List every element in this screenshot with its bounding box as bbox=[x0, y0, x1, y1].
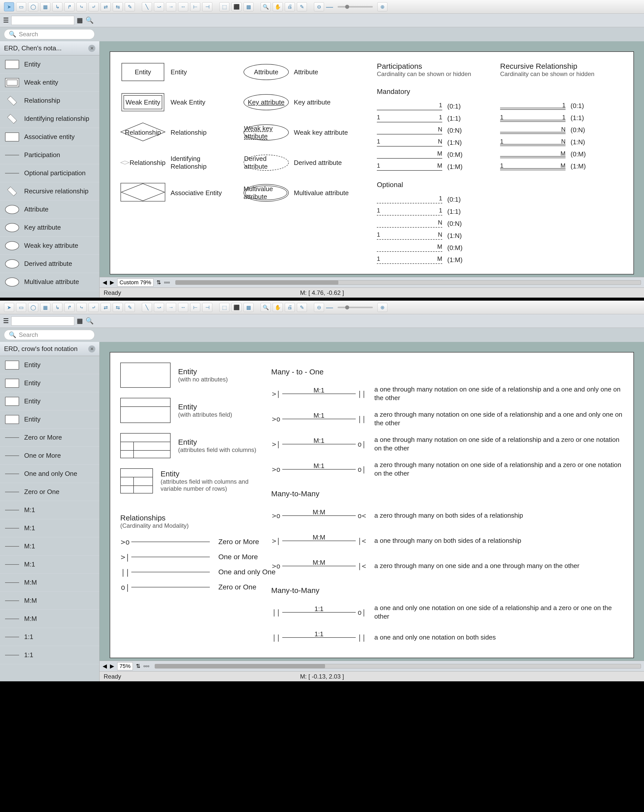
library-panel-title[interactable]: ERD, Chen's nota... ✕ bbox=[0, 41, 99, 55]
library-shape-item[interactable]: Optional participation bbox=[0, 164, 99, 182]
group-tool-1[interactable]: ⬚ bbox=[219, 303, 230, 312]
library-shape-item[interactable]: Zero or More bbox=[0, 429, 99, 447]
pan-tool[interactable]: ✋ bbox=[273, 2, 283, 11]
pointer-tool[interactable]: ➤ bbox=[4, 2, 14, 11]
page-nav-next[interactable]: ▶ bbox=[110, 279, 114, 286]
group-tool-3[interactable]: ▩ bbox=[244, 2, 254, 11]
connector-tool-5[interactable]: ⇄ bbox=[100, 303, 111, 312]
library-shape-item[interactable]: 1:1 bbox=[0, 628, 99, 646]
library-shape-item[interactable]: M:M bbox=[0, 592, 99, 610]
zoom-in-tool[interactable]: 🔍 bbox=[260, 2, 271, 11]
connector-tool-1[interactable]: ↳ bbox=[52, 2, 62, 11]
pan-tool[interactable]: ✋ bbox=[273, 303, 283, 312]
search-input[interactable]: 🔍 Search bbox=[4, 29, 94, 39]
line-tool[interactable]: ╲ bbox=[142, 303, 152, 312]
eyedropper-tool[interactable]: ✎ bbox=[297, 303, 307, 312]
library-shape-item[interactable]: Identifying relationship bbox=[0, 110, 99, 128]
library-shape-item[interactable]: Entity bbox=[0, 55, 99, 73]
table-tool[interactable]: ▦ bbox=[40, 303, 50, 312]
search-input[interactable]: 🔍 Search bbox=[4, 330, 94, 340]
dimension-tool[interactable]: ⊢ bbox=[190, 2, 200, 11]
bracket-tool[interactable]: ⊣ bbox=[202, 303, 212, 312]
group-tool-2[interactable]: ⬛ bbox=[231, 303, 242, 312]
library-shape-item[interactable]: Recursive relationship bbox=[0, 182, 99, 200]
line-tool[interactable]: ╲ bbox=[142, 2, 152, 11]
grid-view-icon[interactable]: ▦ bbox=[77, 317, 83, 325]
page-nav-next[interactable]: ▶ bbox=[110, 663, 114, 670]
zoom-stepper[interactable]: ⇅ bbox=[136, 663, 140, 670]
library-shape-item[interactable]: M:1 bbox=[0, 519, 99, 537]
grid-view-icon[interactable]: ▦ bbox=[77, 16, 83, 24]
table-tool[interactable]: ▦ bbox=[40, 2, 50, 11]
connector-tool-4[interactable]: ⤶ bbox=[88, 2, 99, 11]
page-nav-prev[interactable]: ◀ bbox=[103, 279, 107, 286]
connector-tool-3[interactable]: ⤷ bbox=[76, 303, 87, 312]
connector-tool-5[interactable]: ⇄ bbox=[100, 2, 111, 11]
double-arrow-tool[interactable]: ↔ bbox=[178, 2, 188, 11]
zoom-in-icon[interactable]: ⊕ bbox=[378, 2, 387, 11]
zoom-level[interactable]: 75% bbox=[117, 662, 133, 670]
library-shape-item[interactable]: Entity bbox=[0, 392, 99, 411]
library-shape-item[interactable]: Entity bbox=[0, 356, 99, 374]
curve-tool[interactable]: ⤻ bbox=[154, 2, 164, 11]
search-toggle-icon[interactable]: 🔍 bbox=[85, 16, 94, 24]
ellipse-tool[interactable]: ◯ bbox=[28, 303, 38, 312]
page-nav-prev[interactable]: ◀ bbox=[103, 663, 107, 670]
library-shape-item[interactable]: Weak entity bbox=[0, 73, 99, 92]
double-arrow-tool[interactable]: ↔ bbox=[178, 303, 188, 312]
library-shape-item[interactable]: M:1 bbox=[0, 537, 99, 556]
connector-tool-2[interactable]: ↱ bbox=[64, 2, 75, 11]
tree-view-icon[interactable]: ☰ bbox=[3, 16, 9, 24]
zoom-level[interactable]: Custom 79% bbox=[117, 278, 154, 287]
library-selector[interactable] bbox=[11, 16, 74, 25]
h-scrollbar[interactable] bbox=[155, 664, 641, 669]
zoom-slider[interactable] bbox=[338, 6, 373, 8]
tree-view-icon[interactable]: ☰ bbox=[3, 317, 9, 325]
group-tool-2[interactable]: ⬛ bbox=[231, 2, 242, 11]
arrow-tool[interactable]: → bbox=[166, 2, 176, 11]
library-shape-item[interactable]: Participation bbox=[0, 146, 99, 164]
zoom-in-icon[interactable]: ⊕ bbox=[378, 303, 387, 312]
curve-tool[interactable]: ⤻ bbox=[154, 303, 164, 312]
note-tool[interactable]: ✎ bbox=[125, 2, 135, 11]
group-tool-3[interactable]: ▩ bbox=[244, 303, 254, 312]
library-shape-item[interactable]: M:M bbox=[0, 610, 99, 628]
note-tool[interactable]: ✎ bbox=[125, 303, 135, 312]
eyedropper-tool[interactable]: ✎ bbox=[297, 2, 307, 11]
dimension-tool[interactable]: ⊢ bbox=[190, 303, 200, 312]
library-shape-item[interactable]: M:1 bbox=[0, 501, 99, 519]
connector-tool-6[interactable]: ⇆ bbox=[113, 2, 123, 11]
canvas[interactable]: Entity(with no attributes) Entity(with a… bbox=[110, 352, 634, 658]
library-shape-item[interactable]: Attribute bbox=[0, 200, 99, 218]
connector-tool-4[interactable]: ⤶ bbox=[88, 303, 99, 312]
ellipse-tool[interactable]: ◯ bbox=[28, 2, 38, 11]
page-tabs[interactable]: ▫▫▫ bbox=[164, 279, 170, 286]
library-shape-item[interactable]: One and only One bbox=[0, 465, 99, 483]
library-shape-item[interactable]: Relationship bbox=[0, 92, 99, 110]
print-tool[interactable]: 🖨 bbox=[285, 303, 295, 312]
library-shape-item[interactable]: Zero or One bbox=[0, 483, 99, 501]
connector-tool-2[interactable]: ↱ bbox=[64, 303, 75, 312]
page-tabs[interactable]: ▫▫▫ bbox=[143, 663, 149, 670]
library-shape-item[interactable]: Associative entity bbox=[0, 128, 99, 146]
library-shape-item[interactable]: One or More bbox=[0, 447, 99, 465]
rect-tool[interactable]: ▭ bbox=[16, 2, 26, 11]
library-shape-item[interactable]: Multivalue attribute bbox=[0, 273, 99, 291]
pointer-tool[interactable]: ➤ bbox=[4, 303, 14, 312]
h-scrollbar[interactable] bbox=[175, 280, 641, 285]
zoom-slider[interactable] bbox=[338, 307, 373, 308]
library-shape-item[interactable]: M:1 bbox=[0, 556, 99, 574]
library-shape-item[interactable]: Key attribute bbox=[0, 218, 99, 237]
library-panel-title[interactable]: ERD, crow's foot notation ✕ bbox=[0, 342, 99, 356]
library-shape-item[interactable]: Derived attribute bbox=[0, 255, 99, 273]
search-toggle-icon[interactable]: 🔍 bbox=[85, 317, 94, 325]
zoom-in-tool[interactable]: 🔍 bbox=[260, 303, 271, 312]
connector-tool-6[interactable]: ⇆ bbox=[113, 303, 123, 312]
library-shape-item[interactable]: M:M bbox=[0, 574, 99, 592]
connector-tool-1[interactable]: ↳ bbox=[52, 303, 62, 312]
library-shape-item[interactable]: Weak key attribute bbox=[0, 237, 99, 255]
arrow-tool[interactable]: → bbox=[166, 303, 176, 312]
group-tool-1[interactable]: ⬚ bbox=[219, 2, 230, 11]
zoom-out-icon[interactable]: ⊖ bbox=[314, 303, 324, 312]
connector-tool-3[interactable]: ⤷ bbox=[76, 2, 87, 11]
